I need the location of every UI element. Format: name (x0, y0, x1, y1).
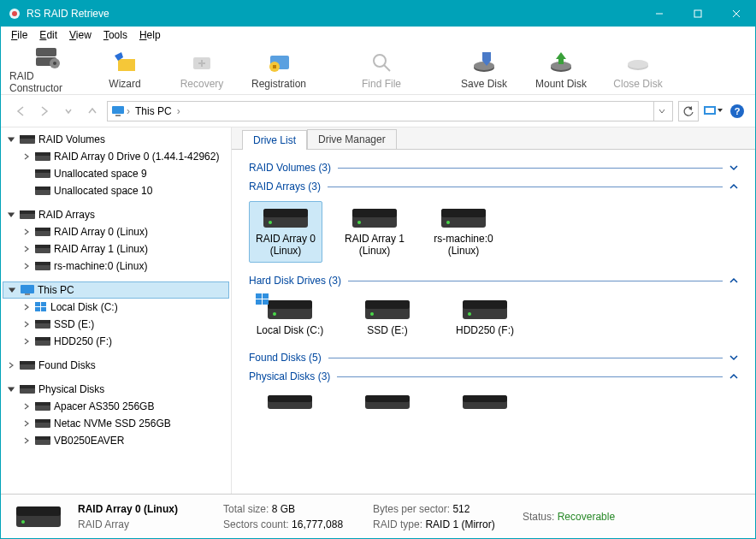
chevron-right-icon[interactable] (21, 403, 32, 410)
chevron-right-icon[interactable] (21, 338, 32, 345)
minimize-button[interactable] (640, 1, 678, 27)
breadcrumb-sep: › (177, 105, 180, 117)
tree-label: This PC (38, 284, 74, 296)
svg-rect-82 (256, 299, 262, 305)
menu-help[interactable]: Help (134, 27, 166, 44)
refresh-button[interactable] (678, 101, 699, 121)
tree-label: Unallocated space 9 (54, 168, 147, 180)
save-disk-button[interactable]: Save Disk (446, 45, 523, 93)
recovery-button: Recovery (163, 45, 240, 93)
maximize-button[interactable] (678, 1, 717, 27)
view-options-button[interactable] (704, 104, 723, 118)
breadcrumb-location[interactable]: This PC (132, 105, 175, 117)
chevron-right-icon[interactable] (21, 228, 32, 235)
drive-item-physical[interactable] (444, 391, 526, 413)
tree-label: Local Disk (C:) (50, 301, 118, 313)
drive-icon (20, 210, 35, 220)
close-disk-button: Close Disk (599, 45, 676, 93)
chevron-down-icon[interactable] (729, 353, 738, 362)
wizard-button[interactable]: Wizard (86, 45, 163, 93)
help-button[interactable]: ? (729, 104, 745, 119)
svg-point-86 (273, 312, 276, 316)
tree-physical-disks[interactable]: Physical Disks (3, 381, 229, 398)
chevron-right-icon[interactable] (21, 304, 32, 311)
chevron-down-icon[interactable] (7, 287, 17, 293)
tree-item[interactable]: Apacer AS350 256GB (3, 398, 229, 415)
drive-icon (16, 504, 61, 530)
tree-item[interactable]: VB0250EAVER (3, 432, 229, 449)
drive-list-area: RAID Volumes (3) RAID Arrays (3) RAID Ar… (232, 150, 755, 494)
chevron-up-icon[interactable] (729, 276, 738, 285)
tree-item[interactable]: RAID Array 0 Drive 0 (1.44.1-42962) (3, 148, 229, 165)
nav-history-button[interactable] (59, 102, 78, 121)
tree-item[interactable]: Unallocated space 10 (3, 182, 229, 199)
chevron-down-icon[interactable] (6, 136, 16, 143)
breadcrumb-sep: › (127, 105, 130, 117)
tree-item[interactable]: SSD (E:) (3, 316, 229, 333)
chevron-down-icon[interactable] (6, 386, 16, 393)
drive-icon (35, 244, 50, 254)
chevron-right-icon[interactable] (21, 420, 32, 427)
tree-raid-volumes[interactable]: RAID Volumes (3, 131, 229, 148)
svg-point-16 (374, 55, 386, 67)
chevron-down-icon[interactable] (729, 163, 738, 172)
drive-item-raid-array-0[interactable]: RAID Array 0 (Linux) (249, 201, 322, 263)
section-found-disks[interactable]: Found Disks (5) (249, 352, 738, 364)
breadcrumb[interactable]: › This PC › (107, 101, 673, 121)
menu-view[interactable]: View (64, 27, 97, 44)
svg-rect-72 (263, 209, 308, 217)
breadcrumb-dropdown[interactable] (653, 102, 669, 121)
menu-tools[interactable]: Tools (98, 27, 133, 44)
toolbar-label: Find File (362, 78, 401, 90)
tree-found-disks[interactable]: Found Disks (3, 357, 229, 374)
drive-item-physical[interactable] (249, 391, 331, 413)
tree-item[interactable]: RAID Array 0 (Linux) (3, 223, 229, 240)
tree-item[interactable]: HDD250 (F:) (3, 333, 229, 350)
drive-item-raid-array-1[interactable]: RAID Array 1 (Linux) (338, 201, 411, 263)
chevron-up-icon[interactable] (729, 182, 738, 191)
tree-item[interactable]: Local Disk (C:) (3, 299, 229, 316)
drive-item-local-disk-c[interactable]: Local Disk (C:) (249, 295, 331, 340)
menu-edit[interactable]: Edit (34, 27, 62, 44)
status-value: 8 GB (272, 503, 295, 515)
chevron-right-icon[interactable] (21, 321, 32, 328)
svg-rect-70 (35, 436, 50, 440)
tree-label: RAID Arrays (38, 209, 95, 221)
tree-this-pc[interactable]: This PC (3, 281, 229, 299)
menu-file[interactable]: File (6, 27, 32, 44)
drive-item-rs-machine[interactable]: rs-machine:0 (Linux) (427, 201, 500, 263)
tree-item[interactable]: RAID Array 1 (Linux) (3, 240, 229, 258)
chevron-right-icon[interactable] (6, 362, 16, 369)
drive-item-ssd-e[interactable]: SSD (E:) (346, 295, 428, 340)
tree-label: rs-machine:0 (Linux) (54, 260, 147, 272)
svg-rect-6 (36, 48, 56, 56)
section-hard-disk-drives[interactable]: Hard Disk Drives (3) (249, 275, 738, 287)
tree-item[interactable]: Unallocated space 9 (3, 165, 229, 182)
mount-disk-button[interactable]: Mount Disk (523, 45, 599, 93)
drive-item-physical[interactable] (346, 391, 428, 413)
tree-item[interactable]: Netac NVMe SSD 256GB (3, 415, 229, 432)
chevron-right-icon[interactable] (21, 263, 32, 270)
chevron-up-icon[interactable] (729, 372, 738, 381)
status-label: RAID type: (373, 518, 422, 530)
drive-item-hdd250-f[interactable]: HDD250 (F:) (444, 295, 526, 340)
section-count: (3) (308, 181, 321, 192)
tree-item[interactable]: rs-machine:0 (Linux) (3, 258, 229, 275)
tree-raid-arrays[interactable]: RAID Arrays (3, 206, 229, 223)
registration-button[interactable]: Registration (240, 45, 317, 93)
close-button[interactable] (717, 1, 755, 27)
tab-drive-manager[interactable]: Drive Manager (307, 129, 397, 149)
section-physical-disks[interactable]: Physical Disks (3) (249, 370, 738, 382)
chevron-down-icon[interactable] (6, 211, 16, 218)
svg-rect-20 (482, 52, 491, 61)
chevron-right-icon[interactable] (21, 437, 32, 444)
section-raid-volumes[interactable]: RAID Volumes (3) (249, 162, 738, 174)
section-raid-arrays[interactable]: RAID Arrays (3) (249, 181, 738, 192)
drive-label: HDD250 (F:) (456, 324, 514, 336)
svg-rect-28 (112, 106, 124, 114)
chevron-right-icon[interactable] (21, 246, 32, 252)
chevron-right-icon[interactable] (21, 153, 32, 160)
drive-icon (35, 435, 50, 446)
tab-drive-list[interactable]: Drive List (242, 130, 307, 150)
raid-constructor-button[interactable]: RAID Constructor (9, 45, 86, 93)
